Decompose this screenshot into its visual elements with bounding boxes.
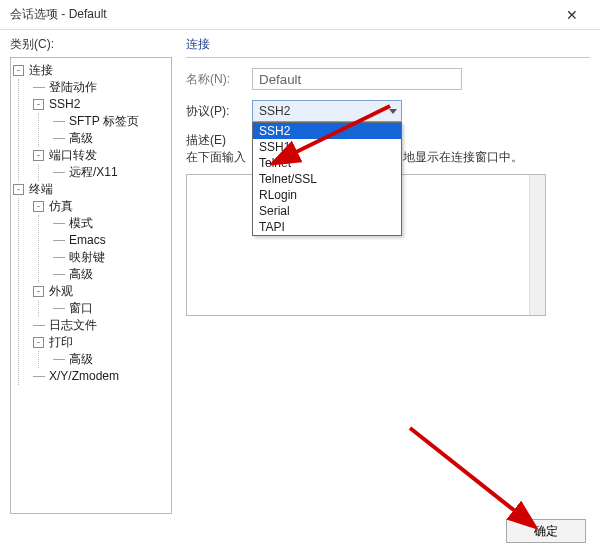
section-title: 连接 xyxy=(186,36,590,58)
chevron-down-icon xyxy=(389,109,397,114)
tree-node-logfile[interactable]: —日志文件 xyxy=(33,317,169,334)
expand-icon[interactable]: - xyxy=(33,99,44,110)
protocol-option-tapi[interactable]: TAPI xyxy=(253,219,401,235)
protocol-option-serial[interactable]: Serial xyxy=(253,203,401,219)
protocol-dropdown[interactable]: SSH2 xyxy=(252,100,402,122)
tree-node-mode[interactable]: —模式 xyxy=(53,215,169,232)
tree-node-remote-x11[interactable]: — 远程/X11 xyxy=(53,164,169,181)
expand-icon[interactable]: - xyxy=(13,184,24,195)
protocol-option-ssh1[interactable]: SSH1 xyxy=(253,139,401,155)
description-hint-a: 在下面输入 xyxy=(186,150,246,164)
tree-node-appearance[interactable]: - 外观 xyxy=(33,283,169,300)
close-icon: ✕ xyxy=(566,7,578,23)
tree-node-terminal[interactable]: - 终端 xyxy=(13,181,169,198)
tree-node-ssh2[interactable]: - SSH2 xyxy=(33,96,169,113)
expand-icon[interactable]: - xyxy=(33,286,44,297)
tree-node-advanced[interactable]: — 高级 xyxy=(53,130,169,147)
name-input[interactable] xyxy=(252,68,462,90)
protocol-option-ssh2[interactable]: SSH2 xyxy=(253,123,401,139)
name-label: 名称(N): xyxy=(186,71,252,88)
protocol-label: 协议(P): xyxy=(186,103,252,120)
tree-node-login-action[interactable]: — 登陆动作 xyxy=(33,79,169,96)
category-label: 类别(C): xyxy=(10,36,172,53)
tree-node-emulation[interactable]: - 仿真 xyxy=(33,198,169,215)
window-title: 会话选项 - Default xyxy=(10,6,107,23)
protocol-option-rlogin[interactable]: RLogin xyxy=(253,187,401,203)
tree-node-emacs[interactable]: —Emacs xyxy=(53,232,169,249)
scrollbar[interactable] xyxy=(529,175,545,315)
close-button[interactable]: ✕ xyxy=(552,1,592,29)
ok-button[interactable]: 确定 xyxy=(506,519,586,543)
expand-icon[interactable]: - xyxy=(33,201,44,212)
protocol-value: SSH2 xyxy=(259,104,290,118)
tree-node-window[interactable]: —窗口 xyxy=(53,300,169,317)
protocol-option-telnet[interactable]: Telnet xyxy=(253,155,401,171)
tree-node-advanced-emu[interactable]: —高级 xyxy=(53,266,169,283)
tree-node-connection[interactable]: - 连接 xyxy=(13,62,169,79)
tree-node-zmodem[interactable]: —X/Y/Zmodem xyxy=(33,368,169,385)
description-hint-b: 地显示在连接窗口中。 xyxy=(403,150,523,164)
tree-node-print[interactable]: - 打印 xyxy=(33,334,169,351)
tree-node-mapkeys[interactable]: —映射键 xyxy=(53,249,169,266)
category-tree[interactable]: - 连接 — 登陆动作 - SSH2 xyxy=(10,57,172,514)
protocol-option-telnetssl[interactable]: Telnet/SSL xyxy=(253,171,401,187)
tree-node-print-advanced[interactable]: —高级 xyxy=(53,351,169,368)
expand-icon[interactable]: - xyxy=(33,150,44,161)
tree-node-sftp-tab[interactable]: — SFTP 标签页 xyxy=(53,113,169,130)
description-label: 描述(E) xyxy=(186,133,226,147)
expand-icon[interactable]: - xyxy=(13,65,24,76)
title-bar: 会话选项 - Default ✕ xyxy=(0,0,600,30)
protocol-dropdown-list[interactable]: SSH2 SSH1 Telnet Telnet/SSL RLogin Seria… xyxy=(252,122,402,236)
expand-icon[interactable]: - xyxy=(33,337,44,348)
tree-node-port-forward[interactable]: - 端口转发 xyxy=(33,147,169,164)
